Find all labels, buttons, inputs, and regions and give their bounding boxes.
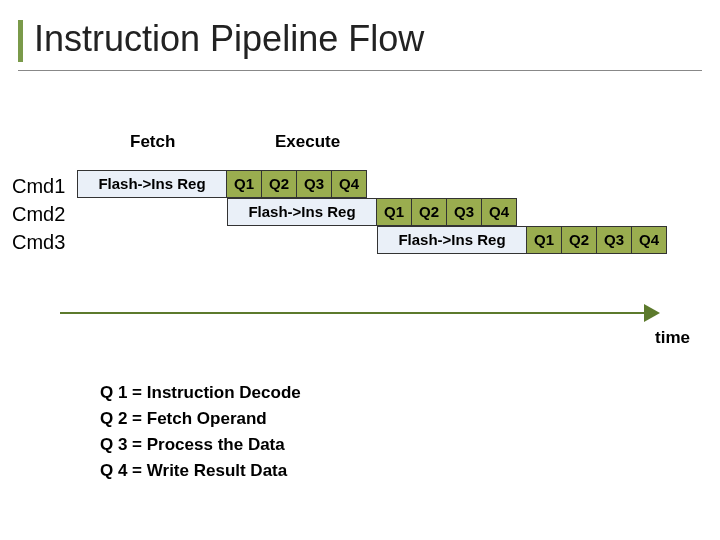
- pipeline-row-2: Flash->Ins RegQ1Q2Q3Q4: [228, 198, 517, 226]
- legend-item: Q 4 = Write Result Data: [100, 458, 301, 484]
- fetch-cell: Flash->Ins Reg: [77, 170, 227, 198]
- arrow-head-icon: [644, 304, 660, 322]
- title-accent-bar: [18, 20, 23, 62]
- command-column: Cmd1 Cmd2 Cmd3: [12, 172, 65, 256]
- q2-cell: Q2: [561, 226, 597, 254]
- fetch-cell: Flash->Ins Reg: [377, 226, 527, 254]
- q1-cell: Q1: [376, 198, 412, 226]
- legend-item: Q 2 = Fetch Operand: [100, 406, 301, 432]
- cmd-label-2: Cmd2: [12, 200, 65, 228]
- legend: Q 1 = Instruction Decode Q 2 = Fetch Ope…: [100, 380, 301, 484]
- time-axis-label: time: [655, 328, 690, 348]
- q3-cell: Q3: [446, 198, 482, 226]
- fetch-cell: Flash->Ins Reg: [227, 198, 377, 226]
- legend-item: Q 3 = Process the Data: [100, 432, 301, 458]
- time-axis-arrow: [60, 300, 660, 330]
- pipeline-row-1: Flash->Ins RegQ1Q2Q3Q4: [78, 170, 367, 198]
- q4-cell: Q4: [331, 170, 367, 198]
- cmd-label-3: Cmd3: [12, 228, 65, 256]
- page-title: Instruction Pipeline Flow: [34, 18, 720, 60]
- q2-cell: Q2: [411, 198, 447, 226]
- q3-cell: Q3: [296, 170, 332, 198]
- title-divider: [18, 70, 702, 71]
- pipeline-row-3: Flash->Ins RegQ1Q2Q3Q4: [378, 226, 667, 254]
- q1-cell: Q1: [226, 170, 262, 198]
- legend-item: Q 1 = Instruction Decode: [100, 380, 301, 406]
- cmd-label-1: Cmd1: [12, 172, 65, 200]
- q1-cell: Q1: [526, 226, 562, 254]
- q4-cell: Q4: [481, 198, 517, 226]
- stage-label-fetch: Fetch: [130, 132, 175, 152]
- q4-cell: Q4: [631, 226, 667, 254]
- q2-cell: Q2: [261, 170, 297, 198]
- q3-cell: Q3: [596, 226, 632, 254]
- stage-label-execute: Execute: [275, 132, 340, 152]
- arrow-line: [60, 312, 650, 314]
